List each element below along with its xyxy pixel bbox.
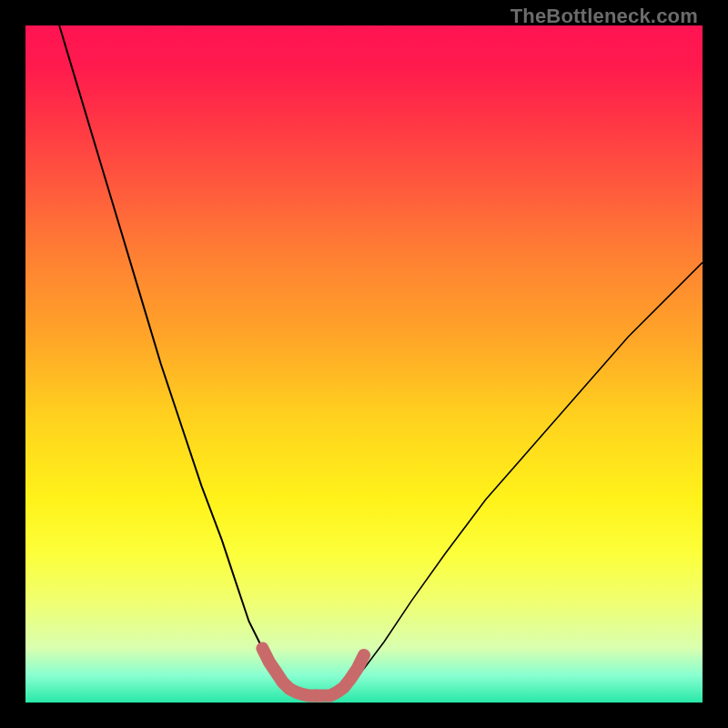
plot-area: [25, 25, 703, 703]
right-curve: [337, 262, 703, 692]
highlight-right-curve: [317, 655, 364, 696]
curve-layer: [25, 25, 703, 703]
highlight-left-curve: [262, 649, 317, 696]
left-curve: [59, 25, 296, 693]
watermark-text: TheBottleneck.com: [511, 5, 698, 28]
chart-frame: TheBottleneck.com: [0, 0, 728, 728]
